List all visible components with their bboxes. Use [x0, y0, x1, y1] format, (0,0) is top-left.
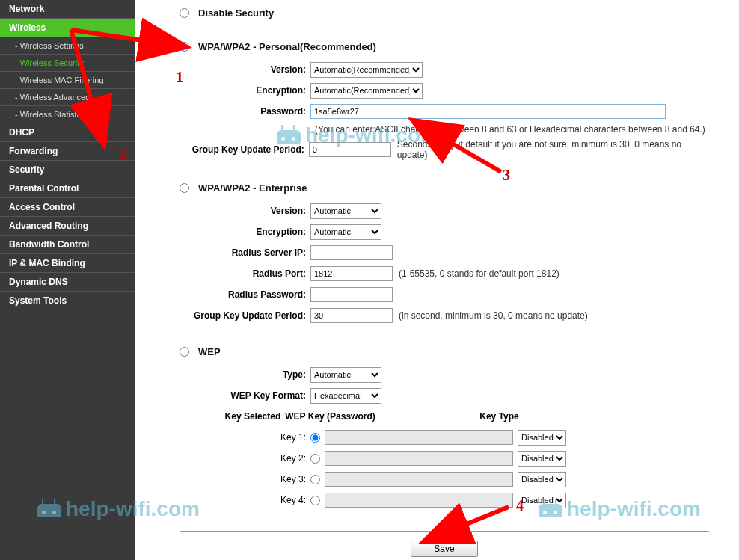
annotation-3: 3 [503, 167, 510, 184]
hint-personal-password: (You can enter ASCII characters between … [315, 124, 709, 135]
label-wep-format: WEP Key Format: [180, 390, 310, 401]
label-radius-pwd: Radius Password: [180, 289, 310, 300]
header-key-type: Key Type [479, 411, 518, 422]
divider [180, 531, 709, 532]
nav-advanced-routing[interactable]: Advanced Routing [0, 217, 135, 236]
nav-wireless-advanced[interactable]: - Wireless Advanced [0, 89, 135, 106]
radio-wpa-enterprise[interactable] [180, 183, 189, 193]
nav-security[interactable]: Security [0, 161, 135, 179]
save-button[interactable]: Save [411, 541, 478, 557]
radio-key1[interactable] [310, 433, 320, 443]
label-personal-encryption: Encryption: [180, 85, 310, 96]
nav-ip-mac-binding[interactable]: IP & MAC Binding [0, 254, 135, 273]
radio-wpa-personal[interactable] [180, 42, 189, 52]
nav-wireless-statistics[interactable]: - Wireless Statistics [0, 106, 135, 123]
radio-key2[interactable] [310, 454, 320, 464]
radio-disable-security[interactable] [180, 8, 189, 18]
label-key-selected: Key Selected [180, 411, 285, 422]
label-wpa-personal: WPA/WPA2 - Personal(Recommended) [198, 41, 376, 52]
select-key3-type[interactable]: Disabled [518, 472, 566, 487]
input-key3[interactable] [325, 472, 513, 487]
label-disable-security: Disable Security [198, 7, 274, 19]
input-personal-password[interactable] [310, 104, 666, 119]
input-key4[interactable] [325, 493, 513, 508]
nav-network[interactable]: Network [0, 0, 135, 19]
input-key1[interactable] [325, 430, 513, 445]
label-personal-version: Version: [180, 64, 310, 75]
label-wep: WEP [198, 346, 221, 357]
label-ent-version: Version: [180, 206, 310, 216]
radio-wep[interactable] [180, 347, 189, 357]
sidebar: Network Wireless - Wireless Settings - W… [0, 0, 135, 560]
select-personal-version[interactable]: Automatic(Recommended) [310, 62, 423, 78]
hint-radius-port: (1-65535, 0 stands for default port 1812… [399, 268, 559, 279]
select-personal-encryption[interactable]: Automatic(Recommended) [310, 83, 423, 99]
radio-key3[interactable] [310, 475, 320, 484]
input-radius-pwd[interactable] [310, 287, 393, 302]
input-ent-groupkey[interactable] [310, 308, 393, 323]
input-personal-groupkey[interactable] [309, 142, 391, 157]
label-radius-port: Radius Port: [180, 268, 310, 279]
annotation-1: 1 [176, 69, 183, 86]
nav-bandwidth-control[interactable]: Bandwidth Control [0, 236, 135, 254]
select-wep-type[interactable]: Automatic [310, 367, 381, 383]
input-radius-port[interactable] [310, 266, 393, 281]
select-key2-type[interactable]: Disabled [518, 451, 566, 467]
select-wep-format[interactable]: Hexadecimal [310, 388, 381, 404]
label-wpa-enterprise: WPA/WPA2 - Enterprise [198, 182, 307, 194]
label-wep-type: Type: [180, 369, 310, 380]
input-key2[interactable] [325, 451, 513, 466]
hint-personal-groupkey: Seconds(Keep it default if you are not s… [397, 139, 709, 160]
label-key2: Key 2: [180, 453, 310, 464]
label-key1: Key 1: [180, 432, 310, 443]
input-radius-ip[interactable] [310, 245, 393, 260]
nav-system-tools[interactable]: System Tools [0, 292, 135, 310]
header-wep-key: WEP Key (Password) [285, 411, 479, 422]
label-key3: Key 3: [180, 474, 310, 484]
radio-key4[interactable] [310, 496, 320, 505]
label-ent-groupkey: Group Key Update Period: [180, 310, 310, 321]
nav-wireless[interactable]: Wireless [0, 19, 135, 37]
label-key4: Key 4: [180, 495, 310, 505]
label-radius-ip: Radius Server IP: [180, 247, 310, 258]
select-key1-type[interactable]: Disabled [518, 430, 566, 446]
select-ent-version[interactable]: Automatic [310, 203, 381, 219]
annotation-4: 4 [516, 497, 524, 514]
select-key4-type[interactable]: Disabled [518, 493, 566, 508]
select-ent-encryption[interactable]: Automatic [310, 224, 381, 240]
nav-wireless-security[interactable]: - Wireless Security [0, 55, 135, 72]
annotation-2: 2 [120, 146, 127, 163]
nav-parental-control[interactable]: Parental Control [0, 179, 135, 198]
nav-dhcp[interactable]: DHCP [0, 123, 135, 142]
nav-access-control[interactable]: Access Control [0, 198, 135, 217]
label-personal-groupkey: Group Key Update Period: [180, 144, 309, 155]
label-ent-encryption: Encryption: [180, 227, 310, 237]
label-personal-password: Password: [180, 106, 310, 117]
main-panel: Disable Security WPA/WPA2 - Personal(Rec… [142, 0, 739, 560]
nav-dynamic-dns[interactable]: Dynamic DNS [0, 273, 135, 292]
nav-wireless-settings[interactable]: - Wireless Settings [0, 37, 135, 55]
hint-ent-groupkey: (in second, minimum is 30, 0 means no up… [399, 310, 588, 321]
nav-wireless-mac-filtering[interactable]: - Wireless MAC Filtering [0, 72, 135, 89]
nav-forwarding[interactable]: Forwarding [0, 142, 135, 161]
